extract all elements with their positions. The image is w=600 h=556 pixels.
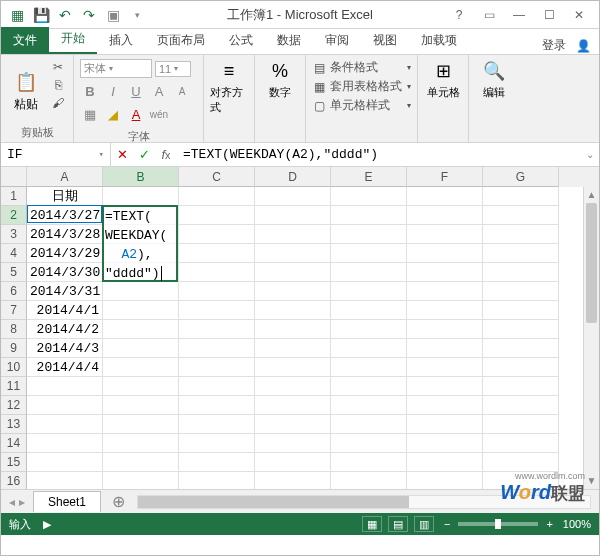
tab-layout[interactable]: 页面布局 [145, 27, 217, 54]
cell[interactable] [407, 320, 483, 339]
cell[interactable] [255, 434, 331, 453]
cell[interactable] [255, 377, 331, 396]
row-header[interactable]: 16 [1, 472, 27, 489]
sheet-tab[interactable]: Sheet1 [33, 491, 101, 512]
col-header[interactable]: B [103, 167, 179, 187]
cell[interactable] [103, 377, 179, 396]
tab-insert[interactable]: 插入 [97, 27, 145, 54]
cell[interactable] [179, 415, 255, 434]
cell[interactable] [103, 282, 179, 301]
cell[interactable] [483, 434, 559, 453]
vertical-scrollbar[interactable]: ▲ ▼ [583, 187, 599, 489]
row-header[interactable]: 14 [1, 434, 27, 453]
col-header[interactable]: D [255, 167, 331, 187]
zoom-out-button[interactable]: − [444, 518, 450, 530]
col-header[interactable]: F [407, 167, 483, 187]
page-layout-view-button[interactable]: ▤ [388, 516, 408, 532]
cell[interactable] [483, 187, 559, 206]
formula-cancel-button[interactable]: ✕ [111, 143, 133, 166]
cell[interactable] [27, 377, 103, 396]
scroll-down-icon[interactable]: ▼ [584, 473, 599, 489]
cell[interactable] [483, 339, 559, 358]
cell[interactable] [103, 339, 179, 358]
cell[interactable] [255, 301, 331, 320]
row-header[interactable]: 9 [1, 339, 27, 358]
cell[interactable] [407, 244, 483, 263]
cell[interactable] [331, 453, 407, 472]
cut-icon[interactable]: ✂ [49, 59, 67, 75]
cell[interactable] [255, 187, 331, 206]
cell[interactable] [179, 472, 255, 489]
cell[interactable] [331, 282, 407, 301]
cell[interactable] [331, 225, 407, 244]
cell[interactable] [255, 415, 331, 434]
help-button[interactable]: ? [447, 6, 471, 24]
cell[interactable] [103, 472, 179, 489]
tab-home[interactable]: 开始 [49, 25, 97, 54]
cell[interactable]: 日期 [27, 187, 103, 206]
cell[interactable] [179, 225, 255, 244]
cell[interactable] [255, 263, 331, 282]
phonetic-button[interactable]: wén [149, 104, 169, 124]
cell[interactable] [255, 358, 331, 377]
cell[interactable]: 2014/3/30 [27, 263, 103, 282]
cell[interactable]: 2014/4/1 [27, 301, 103, 320]
cell[interactable] [103, 263, 179, 282]
row-header[interactable]: 5 [1, 263, 27, 282]
cell[interactable] [331, 358, 407, 377]
normal-view-button[interactable]: ▦ [362, 516, 382, 532]
row-header[interactable]: 4 [1, 244, 27, 263]
worksheet-grid[interactable]: A B C D E F G 1日期22014/3/2732014/3/28420… [1, 167, 599, 489]
zoom-in-button[interactable]: + [546, 518, 552, 530]
row-header[interactable]: 8 [1, 320, 27, 339]
font-size-combo[interactable]: 11▾ [155, 61, 191, 77]
cell[interactable] [179, 453, 255, 472]
cell[interactable] [407, 472, 483, 489]
col-header[interactable]: E [331, 167, 407, 187]
cell[interactable] [331, 377, 407, 396]
scroll-up-icon[interactable]: ▲ [584, 187, 599, 203]
name-box[interactable]: IF ▾ [1, 143, 111, 166]
cell[interactable] [483, 244, 559, 263]
cell-style-button[interactable]: ▢单元格样式▾ [312, 97, 411, 114]
cell[interactable] [179, 282, 255, 301]
cell[interactable] [255, 244, 331, 263]
cell[interactable] [103, 225, 179, 244]
cell[interactable] [407, 415, 483, 434]
cell[interactable] [331, 320, 407, 339]
tab-file[interactable]: 文件 [1, 27, 49, 54]
cell[interactable]: 2014/4/3 [27, 339, 103, 358]
name-box-arrow-icon[interactable]: ▾ [99, 149, 104, 160]
cell[interactable] [331, 244, 407, 263]
cell[interactable] [179, 206, 255, 225]
cell[interactable] [103, 301, 179, 320]
number-button[interactable]: % 数字 [261, 59, 299, 100]
cell[interactable] [483, 206, 559, 225]
minimize-button[interactable]: — [507, 6, 531, 24]
cell[interactable] [483, 358, 559, 377]
cell[interactable] [407, 301, 483, 320]
row-header[interactable]: 15 [1, 453, 27, 472]
cell[interactable] [255, 396, 331, 415]
cell[interactable]: 2014/3/29 [27, 244, 103, 263]
bold-button[interactable]: B [80, 81, 100, 101]
cell[interactable] [179, 263, 255, 282]
font-name-combo[interactable]: 宋体▾ [80, 59, 152, 78]
formula-input[interactable]: =TEXT(WEEKDAY(A2),"dddd") [177, 143, 581, 166]
cell[interactable] [483, 396, 559, 415]
cell[interactable]: 2014/4/4 [27, 358, 103, 377]
cell[interactable] [103, 244, 179, 263]
conditional-format-button[interactable]: ▤条件格式▾ [312, 59, 411, 76]
save-icon[interactable]: 💾 [33, 7, 49, 23]
font-color-button[interactable]: A [126, 104, 146, 124]
row-header[interactable]: 1 [1, 187, 27, 206]
cell[interactable] [483, 377, 559, 396]
formula-expand-button[interactable]: ⌄ [581, 143, 599, 166]
cell[interactable] [179, 339, 255, 358]
cell[interactable] [255, 339, 331, 358]
close-button[interactable]: ✕ [567, 6, 591, 24]
cell[interactable] [331, 187, 407, 206]
cell[interactable]: 2014/3/31 [27, 282, 103, 301]
cell[interactable] [103, 415, 179, 434]
signin-link[interactable]: 登录 [542, 37, 566, 54]
